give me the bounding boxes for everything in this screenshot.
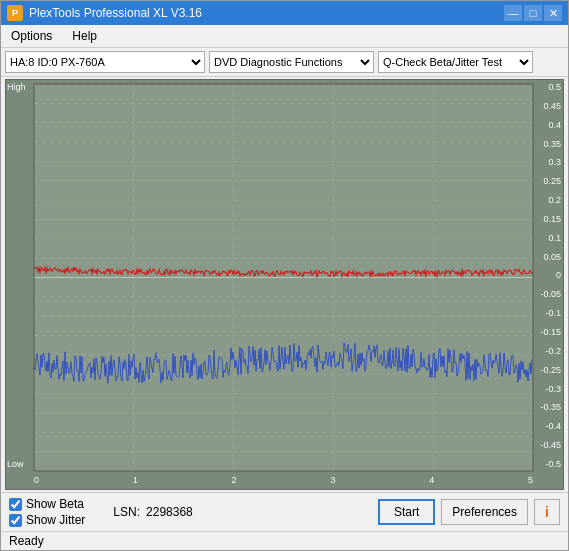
y-low-label: Low	[7, 459, 24, 469]
checkbox-group: Show Beta Show Jitter	[9, 497, 85, 527]
title-bar: P PlexTools Professional XL V3.16 — □ ✕	[1, 1, 568, 25]
test-select[interactable]: Q-Check Beta/Jitter Test	[378, 51, 533, 73]
show-beta-row: Show Beta	[9, 497, 85, 511]
lsn-label: LSN:	[113, 505, 140, 519]
bottom-controls: Show Beta Show Jitter LSN: 2298368 Start…	[1, 492, 568, 531]
preferences-button[interactable]: Preferences	[441, 499, 528, 525]
status-bar: Ready	[1, 531, 568, 550]
start-button[interactable]: Start	[378, 499, 435, 525]
chart-area: High Low 0.5 0.45 0.4 0.35 0.3 0.25 0.2 …	[5, 79, 564, 490]
show-jitter-row: Show Jitter	[9, 513, 85, 527]
status-text: Ready	[9, 534, 44, 548]
main-window: P PlexTools Professional XL V3.16 — □ ✕ …	[0, 0, 569, 551]
window-controls: — □ ✕	[504, 5, 562, 21]
show-beta-checkbox[interactable]	[9, 498, 22, 511]
y-high-label: High	[7, 82, 26, 92]
info-button[interactable]: i	[534, 499, 560, 525]
show-jitter-label: Show Jitter	[26, 513, 85, 527]
chart-canvas	[6, 80, 563, 489]
bottom-buttons: Start Preferences i	[378, 499, 560, 525]
y-axis-right: 0.5 0.45 0.4 0.35 0.3 0.25 0.2 0.15 0.1 …	[533, 80, 563, 471]
toolbar: HA:8 ID:0 PX-760A DVD Diagnostic Functio…	[1, 48, 568, 77]
menu-help[interactable]: Help	[66, 27, 103, 45]
minimize-button[interactable]: —	[504, 5, 522, 21]
menu-options[interactable]: Options	[5, 27, 58, 45]
menu-bar: Options Help	[1, 25, 568, 48]
app-icon: P	[7, 5, 23, 21]
show-jitter-checkbox[interactable]	[9, 514, 22, 527]
window-title: PlexTools Professional XL V3.16	[29, 6, 202, 20]
lsn-value: 2298368	[146, 505, 193, 519]
x-axis: 0 1 2 3 4 5	[34, 471, 533, 489]
close-button[interactable]: ✕	[544, 5, 562, 21]
show-beta-label: Show Beta	[26, 497, 84, 511]
lsn-section: LSN: 2298368	[113, 505, 192, 519]
function-select[interactable]: DVD Diagnostic Functions	[209, 51, 374, 73]
drive-select[interactable]: HA:8 ID:0 PX-760A	[5, 51, 205, 73]
maximize-button[interactable]: □	[524, 5, 542, 21]
